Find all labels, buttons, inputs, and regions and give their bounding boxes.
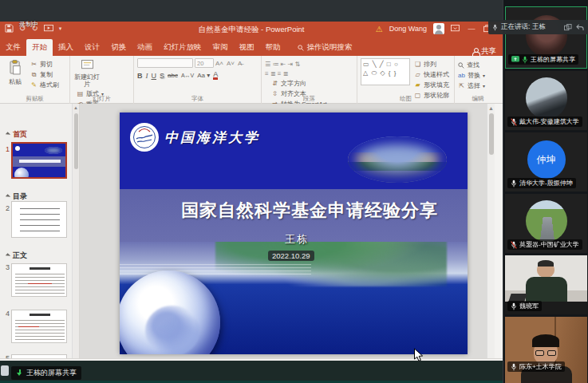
participant-name: 魏晓军 [519,302,539,310]
video-person-hair [532,334,559,347]
shapes-gallery[interactable]: ▭ ╲ ╱ □ ○△ ⬭ ◇ { } [361,58,410,85]
font-size-buttons: A˄A˅A̶ [215,60,242,67]
minimize-button[interactable]: — [466,25,477,33]
tell-me-search[interactable]: 操作说明搜索 [298,42,353,56]
panel-scroll-thumb[interactable] [74,113,78,169]
scroll-thumb[interactable] [489,113,494,155]
arrange-button[interactable]: ❏排列 [414,60,449,69]
glasses-left [535,350,544,356]
tab-help[interactable]: 帮助 [260,39,286,56]
clear-format-button[interactable]: A̶ [238,60,242,67]
mic-muted-icon [511,118,517,126]
tab-design[interactable]: 设计 [79,39,105,56]
bottom-strip: 王栋的屏幕共享 [0,361,503,383]
select-icon: ⇱ [458,82,465,89]
participant-label: 陈东+土木学院 [507,361,565,372]
participant-tile-wangdong[interactable]: 王栋的屏幕共享 [505,6,587,69]
list-buttons[interactable]: ☰ ≔ ⇤ ⇥ ⇅ [265,61,300,68]
thumb-text [15,274,65,294]
char-spacing-button[interactable]: A↔V [181,73,194,78]
align-buttons[interactable]: ≡ ≣ ≡ ≣ [265,70,300,77]
account-name[interactable]: Dong Wang [389,25,427,33]
participant-tile-cumt[interactable]: 莫盟器-中国矿业大学 [505,194,587,253]
cut-button[interactable]: ✂剪切 [30,60,59,69]
participant-label: 魏晓军 [507,301,542,311]
change-case-button[interactable]: Aa ▾ [197,72,210,79]
participant-tile-daidawei[interactable]: 戴大伟-安徽建筑大学 [505,71,587,130]
slide-3-thumbnail[interactable] [11,263,67,297]
ribbon-display-options-icon[interactable] [451,25,460,33]
slide-1[interactable]: 中国海洋大学 国家自然科学基金申请经验分享 王栋 2022.10.29 [120,113,468,354]
thumb-title-line [19,160,61,163]
group-paragraph: ☰ ≔ ⇤ ⇥ ⇅ ≡ ≣ ≡ ≣ ⇵文字方向 ⇳对齐文本 ⇄转换为 Smart… [262,56,357,104]
text-direction-button[interactable]: ⇵文字方向 [271,79,327,88]
grow-font-button[interactable]: A˄ [215,60,223,67]
avatar-road [539,217,554,242]
thumb-title [30,267,50,270]
tab-review[interactable]: 审阅 [207,39,234,56]
participant-tile-zhongkun[interactable]: 仲坤 清华大学-殷振仲坤 [505,132,587,192]
strikethrough-button[interactable]: abc [168,72,178,79]
paste-icon [10,60,22,75]
bold-button[interactable]: B [137,72,143,80]
back-arrow-icon[interactable] [576,24,584,31]
paste-button[interactable]: 粘贴 [3,58,27,86]
group-label-paragraph: 段落 [262,95,357,103]
layout-switch-icon[interactable] [564,24,572,31]
screen-share-indicator[interactable]: 王栋的屏幕共享 [11,366,81,380]
slide-4-thumbnail[interactable] [11,310,67,343]
font-size-combo[interactable]: 20 [195,58,214,68]
text-shadow-button[interactable]: S [160,72,164,80]
scroll-up-arrow[interactable]: ▲ [73,105,78,110]
new-slide-icon [81,60,93,70]
warning-icon: ⚠ [376,25,383,34]
tab-animations[interactable]: 动画 [132,39,158,56]
section-collapse-icon [6,253,10,258]
scroll-up-arrow[interactable]: ▲ [488,105,494,111]
shape-fill-button[interactable]: ▰形状填充 [414,81,449,89]
speaker-mic-icon [492,24,498,31]
tab-home[interactable]: 开始 [26,39,53,56]
group-clipboard: 粘贴 ✂剪切 ⧉复制 ✎格式刷 剪贴板 [0,56,70,104]
account-avatar[interactable] [433,23,444,34]
slide-2-thumbnail[interactable] [11,201,67,238]
group-font: 20 A˄A˅A̶ B I U S abc A↔V Aa ▾ A 字体 [134,56,262,104]
panel-scrollbar[interactable]: ▲ [72,104,79,358]
underline-button[interactable]: U [152,72,157,80]
slide-1-thumbnail[interactable] [11,142,67,179]
screen-share-label: 王栋的屏幕共享 [26,368,77,378]
tab-slideshow[interactable]: 幻灯片放映 [158,39,207,56]
thumb-text [15,320,65,341]
thumb-globe [14,168,29,179]
quick-styles-button[interactable]: ▱快速样式 [414,70,449,79]
slide-scrollbar[interactable]: ▲ [487,104,495,358]
section-header-home[interactable]: 首页 [6,129,27,140]
avatar-initials: 仲坤 [537,153,556,167]
participant-tile-video-2[interactable]: 陈东+土木学院 [505,317,587,383]
find-button[interactable]: 查找 [458,61,498,69]
font-color-button[interactable]: A [213,71,218,80]
select-button[interactable]: ⇱选择▾ [458,81,498,90]
copy-button[interactable]: ⧉复制 [30,70,59,79]
share-arrow-icon [16,369,23,377]
shrink-font-button[interactable]: A˅ [227,60,235,67]
tab-view[interactable]: 视图 [234,39,260,56]
thumb-red-text [28,283,52,284]
section-header-body[interactable]: 正文 [6,251,27,261]
font-name-combo[interactable] [137,58,193,68]
tab-insert[interactable]: 插入 [53,39,79,56]
italic-button[interactable]: I [146,72,148,80]
participant-name: 戴大伟-安徽建筑大学 [519,117,579,126]
replace-label: 替换 [468,71,480,80]
ribbon-tabs: 文件 开始 插入 设计 切换 动画 幻灯片放映 审阅 视图 帮助 操作说明搜索 [0,39,503,56]
tab-file[interactable]: 文件 [0,39,26,56]
participants-sidebar: 王栋的屏幕共享 戴大伟-安徽建筑大学 仲坤 清华大学-殷振仲坤 [503,0,588,383]
section-collapse-icon [6,132,10,136]
new-slide-button[interactable]: 新建幻灯片 [73,58,101,88]
format-painter-button[interactable]: ✎格式刷 [30,81,59,89]
replace-button[interactable]: ab替换▾ [458,71,498,80]
mic-on-icon [511,302,517,310]
taskbar-app-icon[interactable] [1,365,9,376]
tab-transitions[interactable]: 切换 [105,39,132,56]
participant-tile-video-1[interactable]: 魏晓军 [505,255,587,314]
